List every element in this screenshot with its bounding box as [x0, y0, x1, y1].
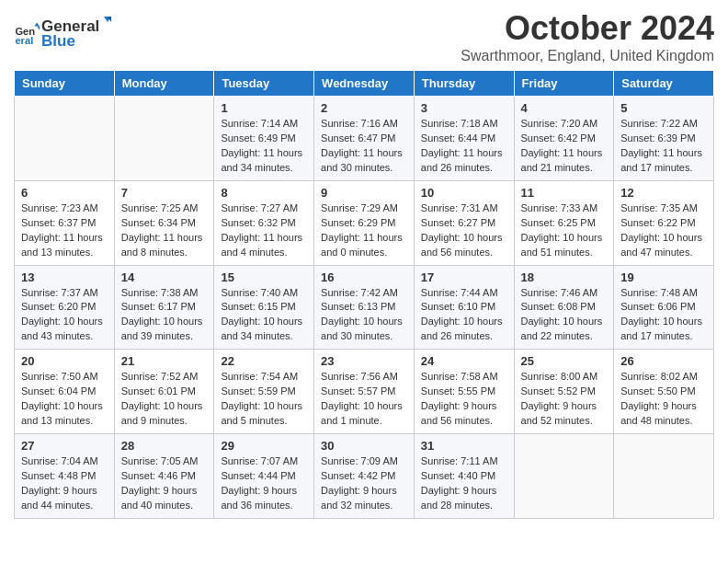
day-number: 1	[221, 101, 307, 115]
day-cell: 31Sunrise: 7:11 AMSunset: 4:40 PMDayligh…	[414, 434, 514, 519]
col-header-friday: Friday	[514, 71, 614, 97]
day-cell: 22Sunrise: 7:54 AMSunset: 5:59 PMDayligh…	[214, 350, 314, 434]
calendar-table: SundayMondayTuesdayWednesdayThursdayFrid…	[14, 70, 714, 519]
day-number: 22	[221, 354, 307, 368]
day-info: Sunrise: 7:05 AMSunset: 4:46 PMDaylight:…	[121, 454, 208, 513]
day-number: 19	[620, 270, 707, 284]
svg-marker-3	[37, 27, 40, 30]
col-header-wednesday: Wednesday	[314, 71, 415, 97]
svg-text:Blue: Blue	[41, 32, 75, 50]
day-number: 26	[620, 354, 707, 368]
header-row: SundayMondayTuesdayWednesdayThursdayFrid…	[15, 71, 714, 97]
day-info: Sunrise: 7:37 AMSunset: 6:20 PMDaylight:…	[21, 286, 108, 345]
day-cell	[114, 97, 214, 181]
day-info: Sunrise: 7:16 AMSunset: 6:47 PMDaylight:…	[321, 117, 407, 176]
day-number: 23	[321, 354, 407, 368]
day-number: 24	[421, 354, 507, 368]
day-info: Sunrise: 7:25 AMSunset: 6:34 PMDaylight:…	[121, 201, 208, 260]
day-info: Sunrise: 7:56 AMSunset: 5:57 PMDaylight:…	[321, 370, 407, 429]
day-cell: 8Sunrise: 7:27 AMSunset: 6:32 PMDaylight…	[214, 180, 314, 265]
col-header-sunday: Sunday	[15, 71, 115, 97]
day-cell: 13Sunrise: 7:37 AMSunset: 6:20 PMDayligh…	[15, 265, 115, 350]
svg-marker-2	[34, 22, 40, 26]
day-cell: 26Sunrise: 8:02 AMSunset: 5:50 PMDayligh…	[614, 350, 714, 434]
day-cell: 12Sunrise: 7:35 AMSunset: 6:22 PMDayligh…	[614, 180, 714, 265]
day-number: 11	[521, 186, 608, 200]
day-number: 3	[421, 101, 507, 115]
day-number: 2	[321, 101, 407, 115]
day-number: 18	[521, 270, 608, 284]
day-cell: 15Sunrise: 7:40 AMSunset: 6:15 PMDayligh…	[214, 265, 314, 350]
week-row-5: 27Sunrise: 7:04 AMSunset: 4:48 PMDayligh…	[15, 434, 714, 519]
logo-icon: Gen eral	[14, 21, 40, 47]
day-info: Sunrise: 7:22 AMSunset: 6:39 PMDaylight:…	[620, 117, 707, 176]
day-cell: 17Sunrise: 7:44 AMSunset: 6:10 PMDayligh…	[414, 265, 514, 350]
day-info: Sunrise: 7:40 AMSunset: 6:15 PMDaylight:…	[221, 286, 307, 345]
day-cell: 16Sunrise: 7:42 AMSunset: 6:13 PMDayligh…	[314, 265, 415, 350]
day-info: Sunrise: 7:35 AMSunset: 6:22 PMDaylight:…	[620, 201, 707, 260]
day-cell	[514, 434, 614, 519]
day-number: 6	[21, 186, 108, 200]
day-cell: 10Sunrise: 7:31 AMSunset: 6:27 PMDayligh…	[414, 180, 514, 265]
day-cell: 1Sunrise: 7:14 AMSunset: 6:49 PMDaylight…	[214, 97, 314, 181]
day-cell: 30Sunrise: 7:09 AMSunset: 4:42 PMDayligh…	[314, 434, 415, 519]
col-header-tuesday: Tuesday	[214, 71, 314, 97]
day-cell: 9Sunrise: 7:29 AMSunset: 6:29 PMDaylight…	[314, 180, 415, 265]
day-info: Sunrise: 7:48 AMSunset: 6:06 PMDaylight:…	[620, 286, 707, 345]
day-number: 27	[21, 439, 108, 453]
day-number: 5	[620, 101, 707, 115]
day-cell: 5Sunrise: 7:22 AMSunset: 6:39 PMDaylight…	[614, 97, 714, 181]
day-info: Sunrise: 7:20 AMSunset: 6:42 PMDaylight:…	[521, 117, 608, 176]
day-info: Sunrise: 7:07 AMSunset: 4:44 PMDaylight:…	[221, 454, 307, 513]
col-header-saturday: Saturday	[614, 71, 714, 97]
day-number: 14	[121, 270, 208, 284]
week-row-2: 6Sunrise: 7:23 AMSunset: 6:37 PMDaylight…	[15, 180, 714, 265]
day-info: Sunrise: 7:42 AMSunset: 6:13 PMDaylight:…	[321, 286, 407, 345]
day-info: Sunrise: 7:09 AMSunset: 4:42 PMDaylight:…	[321, 454, 407, 513]
logo-svg: General Blue	[41, 15, 115, 50]
day-cell: 11Sunrise: 7:33 AMSunset: 6:25 PMDayligh…	[514, 180, 614, 265]
day-number: 13	[21, 270, 108, 284]
week-row-3: 13Sunrise: 7:37 AMSunset: 6:20 PMDayligh…	[15, 265, 714, 350]
day-cell: 14Sunrise: 7:38 AMSunset: 6:17 PMDayligh…	[114, 265, 214, 350]
day-info: Sunrise: 7:33 AMSunset: 6:25 PMDaylight:…	[521, 201, 608, 260]
col-header-thursday: Thursday	[414, 71, 514, 97]
svg-text:eral: eral	[15, 35, 33, 46]
day-info: Sunrise: 8:00 AMSunset: 5:52 PMDaylight:…	[521, 370, 608, 429]
day-number: 28	[121, 439, 208, 453]
day-cell	[614, 434, 714, 519]
day-cell: 24Sunrise: 7:58 AMSunset: 5:55 PMDayligh…	[414, 350, 514, 434]
day-number: 8	[221, 186, 307, 200]
title-area: October 2024 Swarthmoor, England, United…	[461, 9, 714, 64]
day-info: Sunrise: 7:58 AMSunset: 5:55 PMDaylight:…	[421, 370, 507, 429]
day-info: Sunrise: 8:02 AMSunset: 5:50 PMDaylight:…	[620, 370, 707, 429]
day-info: Sunrise: 7:50 AMSunset: 6:04 PMDaylight:…	[21, 370, 108, 429]
day-info: Sunrise: 7:11 AMSunset: 4:40 PMDaylight:…	[421, 454, 507, 513]
day-number: 17	[421, 270, 507, 284]
day-number: 9	[321, 186, 407, 200]
day-cell: 28Sunrise: 7:05 AMSunset: 4:46 PMDayligh…	[114, 434, 214, 519]
day-number: 29	[221, 439, 307, 453]
day-number: 16	[321, 270, 407, 284]
day-cell: 27Sunrise: 7:04 AMSunset: 4:48 PMDayligh…	[15, 434, 115, 519]
day-number: 7	[121, 186, 208, 200]
day-cell: 18Sunrise: 7:46 AMSunset: 6:08 PMDayligh…	[514, 265, 614, 350]
day-cell: 20Sunrise: 7:50 AMSunset: 6:04 PMDayligh…	[15, 350, 115, 434]
day-info: Sunrise: 7:54 AMSunset: 5:59 PMDaylight:…	[221, 370, 307, 429]
day-info: Sunrise: 7:23 AMSunset: 6:37 PMDaylight:…	[21, 201, 108, 260]
day-number: 4	[521, 101, 608, 115]
day-cell: 4Sunrise: 7:20 AMSunset: 6:42 PMDaylight…	[514, 97, 614, 181]
day-cell: 19Sunrise: 7:48 AMSunset: 6:06 PMDayligh…	[614, 265, 714, 350]
day-info: Sunrise: 7:04 AMSunset: 4:48 PMDaylight:…	[21, 454, 108, 513]
day-cell: 23Sunrise: 7:56 AMSunset: 5:57 PMDayligh…	[314, 350, 415, 434]
week-row-1: 1Sunrise: 7:14 AMSunset: 6:49 PMDaylight…	[15, 97, 714, 181]
day-number: 10	[421, 186, 507, 200]
month-title: October 2024	[461, 9, 714, 48]
day-info: Sunrise: 7:31 AMSunset: 6:27 PMDaylight:…	[421, 201, 507, 260]
day-number: 20	[21, 354, 108, 368]
day-number: 31	[421, 439, 507, 453]
day-number: 12	[620, 186, 707, 200]
col-header-monday: Monday	[114, 71, 214, 97]
day-cell: 25Sunrise: 8:00 AMSunset: 5:52 PMDayligh…	[514, 350, 614, 434]
day-cell	[15, 97, 115, 181]
